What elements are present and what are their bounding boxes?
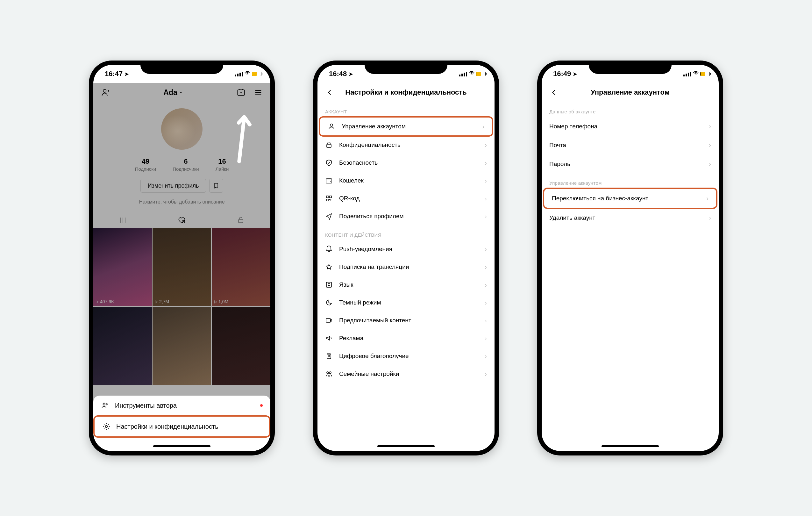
chevron-right-icon: › <box>485 177 487 184</box>
sheet-item-label: Инструменты автора <box>115 402 177 409</box>
signal-icon <box>235 71 243 77</box>
row-label: Семейные настройки <box>339 370 399 377</box>
row-security[interactable]: Безопасность › <box>317 154 495 172</box>
sheet-settings[interactable]: Настройки и конфиденциальность <box>93 415 270 438</box>
svg-point-14 <box>327 372 329 374</box>
wifi-icon <box>244 70 251 78</box>
back-button[interactable] <box>324 87 335 98</box>
row-privacy[interactable]: Конфиденциальность › <box>317 136 495 154</box>
chevron-right-icon: › <box>709 141 711 149</box>
chevron-right-icon: › <box>485 335 487 342</box>
row-qr-code[interactable]: QR-код › <box>317 190 495 207</box>
row-delete-account[interactable]: Удалить аккаунт › <box>542 208 719 227</box>
phone-mockup-3: 16:49 ➤ Управление аккаунтом Данные об а… <box>537 60 723 456</box>
location-icon: ➤ <box>124 71 129 77</box>
chevron-right-icon: › <box>485 370 487 378</box>
location-icon: ➤ <box>349 71 353 77</box>
chevron-right-icon: › <box>709 160 711 168</box>
row-label: Язык <box>339 281 353 288</box>
signal-icon <box>459 71 467 77</box>
row-label: Номер телефона <box>549 123 598 130</box>
chevron-right-icon: › <box>706 195 708 202</box>
battery-icon <box>700 71 710 76</box>
notch <box>589 60 672 74</box>
row-label: Пароль <box>549 161 570 168</box>
status-time: 16:47 <box>105 70 123 78</box>
location-icon: ➤ <box>573 71 577 77</box>
row-label: Подписка на трансляции <box>339 263 409 270</box>
chevron-right-icon: › <box>485 299 487 307</box>
section-label: Данные об аккаунте <box>542 102 719 117</box>
row-language[interactable]: Язык › <box>317 276 495 294</box>
row-label: Кошелек <box>339 177 364 184</box>
row-label: Переключиться на бизнес-аккаунт <box>552 195 648 202</box>
home-indicator[interactable] <box>377 445 435 447</box>
svg-point-5 <box>106 426 108 428</box>
svg-rect-10 <box>329 196 331 198</box>
chevron-right-icon: › <box>485 141 487 149</box>
chevron-right-icon: › <box>485 159 487 167</box>
row-label: QR-код <box>339 195 360 202</box>
wifi-icon <box>468 70 475 78</box>
chevron-right-icon: › <box>485 263 487 271</box>
svg-point-6 <box>330 124 333 126</box>
notch <box>140 60 223 74</box>
svg-point-4 <box>103 403 106 405</box>
section-label: КОНТЕНТ И ДЕЙСТВИЯ <box>317 225 495 240</box>
row-label: Цифровое благополучие <box>339 353 409 360</box>
row-share-profile[interactable]: Поделиться профилем › <box>317 207 495 225</box>
row-password[interactable]: Пароль › <box>542 154 719 173</box>
back-button[interactable] <box>548 87 559 98</box>
row-label: Безопасность <box>339 159 378 166</box>
phone-mockup-2: 16:48 ➤ Настройки и конфиденциальность А… <box>313 60 499 456</box>
page-title: Настройки и конфиденциальность <box>345 88 466 96</box>
row-digital-wellbeing[interactable]: Цифровое благополучие › <box>317 347 495 365</box>
row-family-pairing[interactable]: Семейные настройки › <box>317 365 495 383</box>
home-indicator[interactable] <box>153 445 210 447</box>
svg-rect-13 <box>326 318 330 322</box>
sheet-creator-tools[interactable]: Инструменты автора <box>93 396 270 415</box>
chevron-right-icon: › <box>485 353 487 360</box>
chevron-right-icon: › <box>485 195 487 202</box>
row-label: Поделиться профилем <box>339 213 404 220</box>
row-wallet[interactable]: Кошелек › <box>317 172 495 190</box>
status-time: 16:48 <box>329 70 347 78</box>
page-title: Управление аккаунтом <box>591 88 670 96</box>
svg-rect-8 <box>326 179 332 183</box>
home-indicator[interactable] <box>602 445 659 447</box>
row-phone-number[interactable]: Номер телефона › <box>542 117 719 136</box>
sheet-item-label: Настройки и конфиденциальность <box>116 423 219 430</box>
row-dark-mode[interactable]: Темный режим › <box>317 294 495 312</box>
row-email[interactable]: Почта › <box>542 136 719 154</box>
section-label: Управление аккаунтом <box>542 173 719 188</box>
settings-header: Настройки и конфиденциальность <box>317 83 495 102</box>
chevron-right-icon: › <box>709 123 711 130</box>
row-live-subscription[interactable]: Подписка на трансляции › <box>317 258 495 276</box>
battery-icon <box>476 71 486 76</box>
chevron-right-icon: › <box>485 281 487 289</box>
row-content-preferences[interactable]: Предпочитаемый контент › <box>317 312 495 329</box>
section-label: АККАУНТ <box>317 102 495 117</box>
chevron-right-icon: › <box>709 214 711 221</box>
chevron-right-icon: › <box>485 246 487 253</box>
row-label: Push-уведомления <box>339 246 392 253</box>
row-push-notifications[interactable]: Push-уведомления › <box>317 240 495 258</box>
row-ads[interactable]: Реклама › <box>317 329 495 347</box>
svg-rect-11 <box>326 199 328 201</box>
row-switch-business[interactable]: Переключиться на бизнес-аккаунт › <box>543 188 718 209</box>
row-label: Удалить аккаунт <box>549 214 595 221</box>
settings-header: Управление аккаунтом <box>542 83 719 102</box>
row-label: Предпочитаемый контент <box>339 317 411 324</box>
row-label: Конфиденциальность <box>339 141 401 148</box>
svg-rect-7 <box>327 144 331 147</box>
notch <box>365 60 447 74</box>
wifi-icon <box>693 70 699 78</box>
svg-point-15 <box>329 372 331 374</box>
row-label: Темный режим <box>339 299 381 306</box>
svg-rect-9 <box>326 196 328 198</box>
row-manage-account[interactable]: Управление аккаунтом › <box>319 116 493 137</box>
battery-icon <box>252 71 261 76</box>
chevron-right-icon: › <box>485 317 487 324</box>
signal-icon <box>683 71 691 77</box>
row-label: Управление аккаунтом <box>342 123 406 130</box>
